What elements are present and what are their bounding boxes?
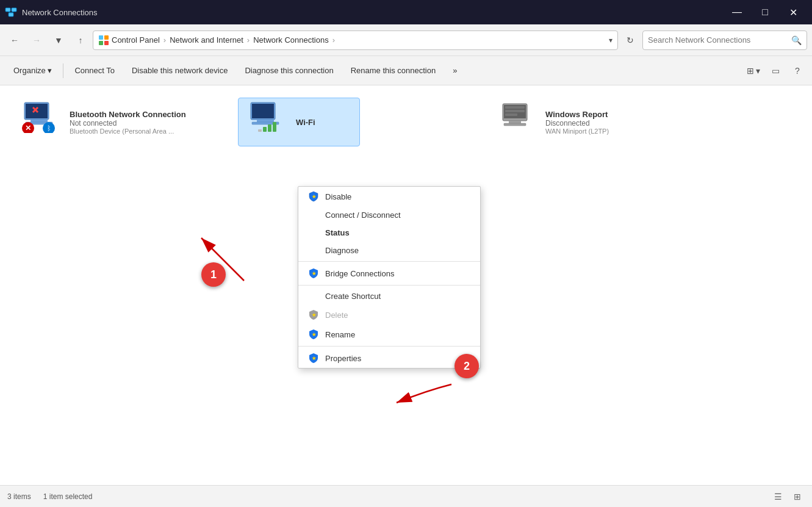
- ctx-sep-2: [298, 285, 480, 286]
- items-count-label: 3 items: [7, 492, 31, 501]
- svg-rect-4: [9, 13, 13, 16]
- window-controls: — □ ✕: [723, 0, 807, 24]
- bluetooth-computer-icon: ✕ ᛒ: [20, 101, 59, 133]
- large-icon-view-button[interactable]: ⊞: [790, 489, 805, 504]
- svg-rect-23: [252, 104, 274, 118]
- svg-text:★: ★: [312, 332, 317, 337]
- rename-connection-button[interactable]: Rename this connection: [342, 56, 444, 85]
- wifi-connection-item[interactable]: Wi-Fi: [238, 98, 360, 146]
- svg-rect-34: [505, 106, 525, 109]
- breadcrumb-sep-2: ›: [247, 35, 250, 45]
- wifi-icon-wrap: [246, 101, 289, 138]
- windows-report-connection-device: WAN Miniport (L2TP): [545, 128, 609, 135]
- diagnose-connection-button[interactable]: Diagnose this connection: [236, 56, 342, 85]
- status-bar: 3 items 1 item selected ☰ ⊞: [0, 485, 812, 507]
- breadcrumb-root[interactable]: Control Panel: [112, 35, 160, 45]
- svg-rect-27: [273, 122, 276, 132]
- windows-report-connection-name: Windows Report: [545, 110, 609, 119]
- svg-rect-8: [99, 35, 103, 40]
- breadcrumb: Control Panel › Network and Internet › N…: [93, 31, 618, 50]
- svg-rect-24: [257, 120, 274, 122]
- breadcrumb-segment1[interactable]: Network and Internet: [170, 35, 243, 45]
- breadcrumb-dropdown-button[interactable]: ▾: [609, 36, 613, 45]
- refresh-button[interactable]: ↻: [620, 31, 640, 50]
- ctx-disable[interactable]: ★ Disable: [298, 187, 480, 206]
- status-bar-right: ☰ ⊞: [771, 489, 805, 504]
- annotation-1: 1: [201, 262, 226, 287]
- wifi-computer-icon: [246, 101, 285, 133]
- annotation-arrow-1: [183, 226, 275, 287]
- wifi-connection-text: Wi-Fi: [296, 118, 315, 127]
- svg-text:★: ★: [312, 312, 317, 318]
- bluetooth-icon-wrap: ✕ ᛒ: [20, 101, 62, 138]
- toolbar: Organize ▾ Connect To Disable this netwo…: [0, 56, 812, 85]
- view-change-button[interactable]: ⊞ ▾: [744, 61, 763, 81]
- svg-rect-36: [505, 113, 517, 116]
- bluetooth-connection-item[interactable]: ✕ ᛒ Bluetooth Network Connection Not con…: [12, 98, 244, 146]
- breadcrumb-sep-1: ›: [163, 35, 166, 45]
- ctx-create-shortcut[interactable]: Create Shortcut: [298, 287, 480, 305]
- svg-rect-2: [12, 8, 16, 12]
- control-panel-icon: [98, 35, 109, 46]
- svg-rect-28: [263, 127, 267, 132]
- annotation-2: 2: [455, 354, 479, 378]
- ctx-properties[interactable]: ★ Properties: [298, 348, 480, 368]
- back-button[interactable]: ←: [5, 31, 24, 50]
- search-input[interactable]: [648, 35, 789, 45]
- ctx-connect-disconnect[interactable]: Connect / Disconnect: [298, 206, 480, 224]
- ctx-status[interactable]: Status: [298, 224, 480, 242]
- svg-rect-10: [99, 41, 103, 45]
- bluetooth-connection-status: Not connected: [70, 119, 186, 128]
- windows-report-connection-item[interactable]: Windows Report Disconnected WAN Miniport…: [488, 98, 671, 146]
- breadcrumb-sep-3: ›: [332, 35, 335, 45]
- bluetooth-connection-text: Bluetooth Network Connection Not connect…: [70, 110, 186, 135]
- bluetooth-connection-name: Bluetooth Network Connection: [70, 110, 186, 119]
- windows-report-icon-wrap: [495, 101, 538, 138]
- shield-icon-rename: ★: [308, 329, 319, 340]
- app-icon: [5, 6, 17, 18]
- svg-text:★: ★: [312, 356, 317, 361]
- svg-rect-33: [504, 123, 526, 126]
- toolbar-sep-1: [63, 63, 63, 78]
- breadcrumb-segment2[interactable]: Network Connections: [253, 35, 329, 45]
- minimize-button[interactable]: —: [723, 0, 751, 24]
- svg-rect-9: [104, 35, 109, 40]
- svg-rect-0: [5, 8, 10, 12]
- svg-rect-32: [509, 121, 521, 123]
- more-options-button[interactable]: »: [444, 56, 465, 85]
- forward-button[interactable]: →: [27, 31, 46, 50]
- maximize-button[interactable]: □: [751, 0, 779, 24]
- disable-network-button[interactable]: Disable this network device: [123, 56, 237, 85]
- shield-icon-bridge: ★: [308, 268, 319, 279]
- wifi-connection-name: Wi-Fi: [296, 118, 315, 127]
- windows-report-connection-status: Disconnected: [545, 119, 609, 128]
- recent-locations-button[interactable]: ▼: [49, 31, 68, 50]
- svg-text:★: ★: [312, 194, 317, 200]
- title-bar-left: Network Connections: [5, 6, 98, 18]
- connect-to-button[interactable]: Connect To: [66, 56, 123, 85]
- context-menu: ★ Disable Connect / Disconnect Status Di…: [298, 186, 481, 369]
- close-button[interactable]: ✕: [779, 0, 807, 24]
- wan-icon: [495, 101, 534, 133]
- windows-report-connection-text: Windows Report Disconnected WAN Miniport…: [545, 110, 609, 135]
- organize-button[interactable]: Organize ▾: [5, 56, 60, 85]
- list-view-button[interactable]: ☰: [771, 489, 785, 504]
- content-area: ✕ ᛒ Bluetooth Network Connection Not con…: [0, 85, 812, 485]
- svg-rect-11: [104, 41, 109, 45]
- svg-text:ᛒ: ᛒ: [47, 124, 51, 132]
- up-button[interactable]: ↑: [71, 31, 90, 50]
- svg-text:★: ★: [312, 271, 317, 276]
- preview-pane-button[interactable]: ▭: [766, 61, 785, 81]
- svg-rect-35: [505, 110, 525, 112]
- ctx-diagnose[interactable]: Diagnose: [298, 242, 480, 259]
- bluetooth-connection-device: Bluetooth Device (Personal Area ...: [70, 128, 186, 135]
- search-box: 🔍: [642, 31, 807, 50]
- ctx-sep-1: [298, 261, 480, 262]
- help-button[interactable]: ?: [788, 61, 807, 81]
- ctx-sep-3: [298, 346, 480, 347]
- ctx-rename[interactable]: ★ Rename: [298, 325, 480, 344]
- ctx-bridge-connections[interactable]: ★ Bridge Connections: [298, 264, 480, 283]
- ctx-delete[interactable]: ★ Delete: [298, 305, 480, 325]
- shield-icon-disable: ★: [308, 191, 319, 202]
- window-title: Network Connections: [22, 8, 98, 17]
